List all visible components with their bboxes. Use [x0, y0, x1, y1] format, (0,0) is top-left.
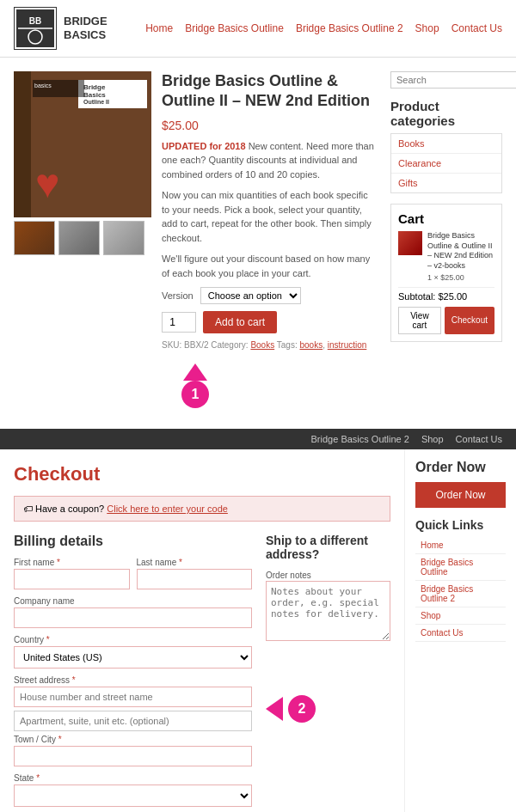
search-input[interactable]	[390, 71, 516, 89]
header: BB BRIDGE BASICS Home Bridge Basics Outl…	[0, 0, 516, 58]
first-name-group: First name *	[14, 558, 130, 589]
quick-link-outline1[interactable]: Bridge Basics Outline	[415, 554, 506, 581]
coupon-notice: 🏷 Have a coupon? Click here to enter you…	[14, 496, 390, 522]
product-section: ♥ Bridge Basics Outline II basics	[0, 58, 516, 429]
sec-nav-contact[interactable]: Contact Us	[456, 434, 502, 444]
town-city-group: Town / City *	[14, 735, 252, 766]
product-desc-discount: We'll figure out your discount based on …	[162, 252, 377, 280]
cart-item-info: Bridge Basics Outline & Outline II – NEW…	[427, 231, 494, 282]
first-name-label: First name *	[14, 558, 130, 567]
checkout-button-sm[interactable]: Checkout	[445, 307, 494, 334]
secondary-nav: Bridge Basics Outline 2 Shop Contact Us	[0, 429, 516, 449]
thumb-3[interactable]	[103, 221, 144, 255]
state-label: State *	[14, 773, 252, 783]
country-group: Country * United States (US)	[14, 635, 252, 669]
quantity-input[interactable]	[162, 312, 196, 333]
shipping-column: Ship to a different address? Order notes…	[266, 534, 390, 812]
company-input[interactable]	[14, 607, 252, 628]
company-name-group: Company name	[14, 596, 252, 628]
thumb-2[interactable]	[58, 221, 100, 255]
annotation-1-wrapper: 1	[14, 363, 377, 408]
last-name-input[interactable]	[137, 569, 253, 589]
add-to-cart-button[interactable]: Add to cart	[203, 311, 277, 333]
quick-links-title: Quick Links	[415, 518, 506, 532]
checkout-title: Checkout	[14, 463, 390, 485]
nav-outline2[interactable]: Bridge Basics Outline 2	[296, 22, 403, 34]
order-now-button[interactable]: Order Now	[415, 482, 506, 508]
subtotal-value: $25.00	[438, 291, 467, 302]
sec-nav-outline2[interactable]: Bridge Basics Outline 2	[311, 434, 409, 444]
quick-link-contact[interactable]: Contact Us	[415, 625, 506, 642]
company-label: Company name	[14, 596, 252, 606]
sec-nav-shop[interactable]: Shop	[421, 434, 444, 444]
category-clearance[interactable]: Clearance	[391, 154, 501, 174]
tag-books-link[interactable]: books	[299, 340, 322, 350]
cart-title: Cart	[398, 211, 494, 226]
product-left: ♥ Bridge Basics Outline II basics	[14, 71, 377, 415]
nav-outline1[interactable]: Bridge Basics Outline	[185, 22, 284, 34]
version-row: Version Choose an option	[162, 287, 377, 304]
category-list: Books Clearance Gifts	[390, 133, 502, 193]
order-notes-label: Order notes	[266, 571, 311, 580]
country-select[interactable]: United States (US)	[14, 646, 252, 669]
quick-link-shop[interactable]: Shop	[415, 607, 506, 625]
quick-links-list: Home Bridge Basics Outline Bridge Basics…	[415, 537, 506, 642]
book-label: Bridge Basics Outline II	[78, 80, 147, 108]
quick-link-outline2[interactable]: Bridge Basics Outline 2	[415, 581, 506, 607]
state-select[interactable]	[14, 785, 252, 807]
tag-instruction-link[interactable]: instruction	[328, 340, 367, 350]
product-info: Bridge Basics Outline & Outline II – NEW…	[162, 71, 377, 350]
category-books[interactable]: Books	[391, 134, 501, 154]
cart-item-image	[398, 231, 422, 255]
last-name-group: Last name *	[137, 558, 253, 589]
logo[interactable]: BB BRIDGE BASICS	[14, 7, 108, 50]
first-name-input[interactable]	[14, 569, 130, 589]
cart-subtotal: Subtotal: $25.00	[398, 287, 494, 302]
annotation-2-wrapper: 2	[266, 695, 390, 723]
annotation-circle-1: 1	[181, 381, 209, 408]
cart-item: Bridge Basics Outline & Outline II – NEW…	[398, 231, 494, 282]
coupon-text: Have a coupon?	[35, 504, 104, 514]
product-title: Bridge Basics Outline & Outline II – NEW…	[162, 71, 377, 112]
version-select[interactable]: Choose an option	[200, 287, 301, 304]
street-input-2[interactable]	[14, 711, 252, 731]
content-area: Checkout 🏷 Have a coupon? Click here to …	[0, 449, 516, 812]
product-desc-mix: Now you can mix quantities of each book …	[162, 188, 377, 245]
order-notes-input[interactable]	[266, 581, 390, 641]
cart-item-name: Bridge Basics Outline & Outline II – NEW…	[427, 231, 494, 272]
nav-home[interactable]: Home	[145, 22, 173, 34]
last-name-label: Last name *	[137, 558, 253, 567]
country-label: Country *	[14, 635, 252, 644]
category-link[interactable]: Books	[250, 340, 274, 350]
category-gifts[interactable]: Gifts	[391, 174, 501, 192]
street-input-1[interactable]	[14, 687, 252, 707]
checkout-column: Checkout 🏷 Have a coupon? Click here to …	[0, 449, 404, 812]
nav-shop[interactable]: Shop	[415, 22, 439, 34]
coupon-icon: 🏷	[23, 504, 33, 514]
quick-link-home[interactable]: Home	[415, 537, 506, 554]
cart-section: Cart Bridge Basics Outline & Outline II …	[390, 204, 502, 342]
sku-line: SKU: BBX/2 Category: Books Tags: books, …	[162, 340, 377, 350]
town-input[interactable]	[14, 746, 252, 766]
order-now-title: Order Now	[415, 460, 506, 475]
billing-column: Billing details First name * Last name *…	[14, 534, 252, 812]
arrow-up-icon	[183, 363, 207, 381]
view-cart-button[interactable]: View cart	[398, 307, 441, 334]
logo-text: BRIDGE BASICS	[64, 15, 108, 41]
ship-title: Ship to a different address?	[266, 534, 390, 561]
thumb-1[interactable]	[14, 221, 55, 255]
subtotal-label: Subtotal:	[398, 291, 435, 302]
logo-icon: BB	[14, 7, 57, 50]
coupon-link[interactable]: Click here to enter your code	[107, 504, 228, 514]
cart-item-qty-price: 1 × $25.00	[427, 273, 494, 282]
state-group: State *	[14, 773, 252, 807]
name-row: First name * Last name *	[14, 558, 252, 589]
categories-title: Product categories	[390, 99, 502, 128]
nav-contact[interactable]: Contact Us	[452, 22, 502, 34]
billing-title: Billing details	[14, 534, 252, 549]
product-images: ♥ Bridge Basics Outline II basics	[14, 71, 151, 350]
updated-label: UPDATED for 2018	[162, 141, 246, 151]
street-label: Street address *	[14, 675, 252, 685]
product-main-image[interactable]: ♥ Bridge Basics Outline II basics	[14, 71, 151, 217]
version-label: Version	[162, 290, 194, 301]
